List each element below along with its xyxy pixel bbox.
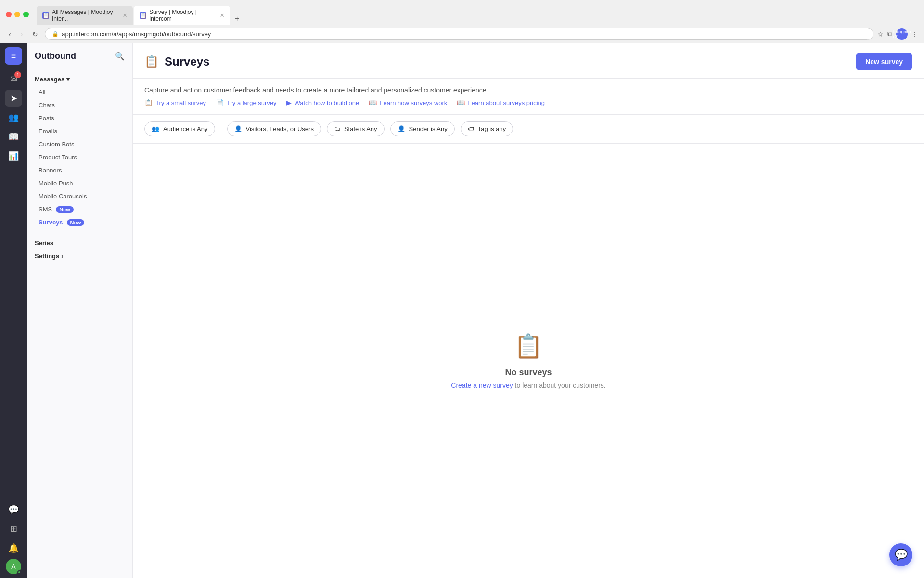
sidebar-item-banners[interactable]: Banners <box>27 164 132 177</box>
watch-how-link[interactable]: ▶ Watch how to build one <box>286 99 359 106</box>
new-tab-btn[interactable]: + <box>231 13 243 25</box>
sidebar-title: Outbound <box>35 51 76 61</box>
filter-bar: 👥 Audience is Any 👤 Visitors, Leads, or … <box>133 115 924 144</box>
sidebar-item-surveys[interactable]: Surveys New <box>27 216 132 229</box>
chat-nav-icon: 💬 <box>8 504 19 515</box>
sidebar-item-mobile-push-label: Mobile Push <box>38 180 73 187</box>
empty-state: 📋 No surveys Create a new survey to lear… <box>133 144 924 578</box>
app: ≡ ✉ 1 ➤ 👥 📖 📊 💬 ⊞ 🔔 <box>0 43 924 578</box>
split-btn[interactable]: ⧉ <box>887 30 892 38</box>
new-survey-button[interactable]: New survey <box>856 53 912 70</box>
description-text: Capture and act on customer feedback and… <box>144 86 912 94</box>
sidebar-item-mobile-carousels-label: Mobile Carousels <box>38 193 87 200</box>
sidebar-settings[interactable]: Settings › <box>27 250 132 263</box>
quick-links: 📋 Try a small survey 📄 Try a large surve… <box>144 99 912 106</box>
sidebar-icon-apps[interactable]: ⊞ <box>5 520 22 538</box>
tab-1-label: All Messages | Moodjoy | Inter... <box>52 9 120 22</box>
visitors-filter-btn[interactable]: 👤 Visitors, Leads, or Users <box>227 121 321 136</box>
try-small-survey-link[interactable]: 📋 Try a small survey <box>144 99 206 106</box>
learn-pricing-link[interactable]: 📖 Learn about surveys pricing <box>457 99 545 106</box>
tag-filter-label: Tag is any <box>478 125 506 132</box>
minimize-window-btn[interactable] <box>14 12 20 17</box>
back-button[interactable]: ‹ <box>6 29 14 39</box>
page-icon: 📋 <box>144 55 159 68</box>
tag-filter-btn[interactable]: 🏷 Tag is any <box>461 121 513 136</box>
sidebar-series[interactable]: Series <box>27 236 132 250</box>
create-survey-link[interactable]: Create a new survey <box>451 381 513 389</box>
sidebar-item-product-tours-label: Product Tours <box>38 154 77 161</box>
learn-how-icon: 📖 <box>369 99 377 106</box>
sidebar-item-banners-label: Banners <box>38 167 62 174</box>
sidebar-item-emails-label: Emails <box>38 128 57 135</box>
bookmark-btn[interactable]: ☆ <box>877 30 884 38</box>
try-large-survey-link[interactable]: 📄 Try a large survey <box>216 99 277 106</box>
sidebar-icon-messages[interactable]: ✉ 1 <box>5 70 22 88</box>
messages-expand-icon: ▾ <box>66 76 70 83</box>
sidebar-item-product-tours[interactable]: Product Tours <box>27 151 132 164</box>
sidebar-item-custom-bots[interactable]: Custom Bots <box>27 138 132 151</box>
sidebar-icon-notifications[interactable]: 🔔 <box>5 539 22 557</box>
sidebar-item-chats[interactable]: Chats <box>27 99 132 112</box>
tab-2[interactable]: 📋 Survey | Moodjoy | Intercom ✕ <box>134 6 230 25</box>
tab-1[interactable]: 📋 All Messages | Moodjoy | Inter... ✕ <box>37 6 133 25</box>
learn-how-label: Learn how surveys work <box>380 99 447 106</box>
sidebar-icon-analytics[interactable]: 📊 <box>5 147 22 165</box>
menu-btn[interactable]: ⋮ <box>911 30 918 38</box>
empty-state-description: Create a new survey to learn about your … <box>451 381 605 389</box>
sidebar-item-emails[interactable]: Emails <box>27 125 132 138</box>
incognito-btn[interactable]: Incognito (2) <box>896 28 908 40</box>
visitors-filter-label: Visitors, Leads, or Users <box>246 125 314 132</box>
reload-button[interactable]: ↻ <box>29 29 41 39</box>
sidebar-item-sms[interactable]: SMS New <box>27 203 132 216</box>
maximize-window-btn[interactable] <box>23 12 29 17</box>
traffic-lights <box>6 12 29 17</box>
settings-chevron-icon: › <box>61 252 63 260</box>
messages-section: Messages ▾ All Chats Posts Emails Custom… <box>27 73 132 229</box>
analytics-nav-icon: 📊 <box>8 151 19 161</box>
sidebar-item-mobile-push[interactable]: Mobile Push <box>27 177 132 190</box>
watch-how-label: Watch how to build one <box>295 99 359 106</box>
sender-filter-btn[interactable]: 👤 Sender is Any <box>390 121 455 136</box>
audience-filter-label: Audience is Any <box>163 125 208 132</box>
sidebar-item-mobile-carousels[interactable]: Mobile Carousels <box>27 190 132 203</box>
sidebar-search-btn[interactable]: 🔍 <box>115 52 125 61</box>
sidebar-item-chats-label: Chats <box>38 102 55 109</box>
browser-chrome: 📋 All Messages | Moodjoy | Inter... ✕ 📋 … <box>0 0 924 43</box>
lock-icon: 🔒 <box>52 31 59 37</box>
tab-bar: 📋 All Messages | Moodjoy | Inter... ✕ 📋 … <box>33 6 247 25</box>
icon-sidebar-bottom: 💬 ⊞ 🔔 A <box>5 501 22 574</box>
chat-support-button[interactable]: 💬 <box>889 543 912 566</box>
learn-pricing-label: Learn about surveys pricing <box>468 99 545 106</box>
sidebar-icon-chat[interactable]: 💬 <box>5 501 22 518</box>
address-bar[interactable]: 🔒 app.intercom.com/a/apps/nnsgmgob/outbo… <box>45 28 873 40</box>
surveys-new-badge: New <box>67 219 85 226</box>
sender-filter-icon: 👤 <box>398 125 405 132</box>
tag-filter-icon: 🏷 <box>468 125 474 132</box>
sidebar-item-posts[interactable]: Posts <box>27 112 132 125</box>
logo-icon: ≡ <box>11 51 16 61</box>
avatar-letter: A <box>11 563 15 570</box>
tab-2-close[interactable]: ✕ <box>220 13 224 19</box>
tab-1-close[interactable]: ✕ <box>123 13 127 19</box>
sidebar-icon-outbound[interactable]: ➤ <box>5 90 22 107</box>
icon-sidebar: ≡ ✉ 1 ➤ 👥 📖 📊 💬 ⊞ 🔔 <box>0 43 27 578</box>
user-avatar[interactable]: A <box>6 559 21 574</box>
sidebar-item-all[interactable]: All <box>27 86 132 99</box>
sidebar-item-surveys-label: Surveys <box>38 219 63 226</box>
learn-how-link[interactable]: 📖 Learn how surveys work <box>369 99 447 106</box>
state-filter-btn[interactable]: 🗂 State is Any <box>327 121 385 136</box>
filter-separator-1 <box>221 123 221 135</box>
close-window-btn[interactable] <box>6 12 12 17</box>
tab-2-favicon: 📋 <box>140 12 146 19</box>
users-nav-icon: 👥 <box>8 112 19 123</box>
apps-nav-icon: ⊞ <box>10 524 17 534</box>
sidebar-icon-users[interactable]: 👥 <box>5 109 22 126</box>
forward-button[interactable]: › <box>18 29 26 39</box>
audience-filter-btn[interactable]: 👥 Audience is Any <box>144 121 215 136</box>
sidebar-icon-reports[interactable]: 📖 <box>5 128 22 145</box>
visitors-filter-icon: 👤 <box>234 125 242 132</box>
messages-section-label[interactable]: Messages ▾ <box>27 73 132 86</box>
try-large-survey-label: Try a large survey <box>227 99 277 106</box>
app-logo[interactable]: ≡ <box>5 47 22 65</box>
reports-nav-icon: 📖 <box>8 131 19 142</box>
